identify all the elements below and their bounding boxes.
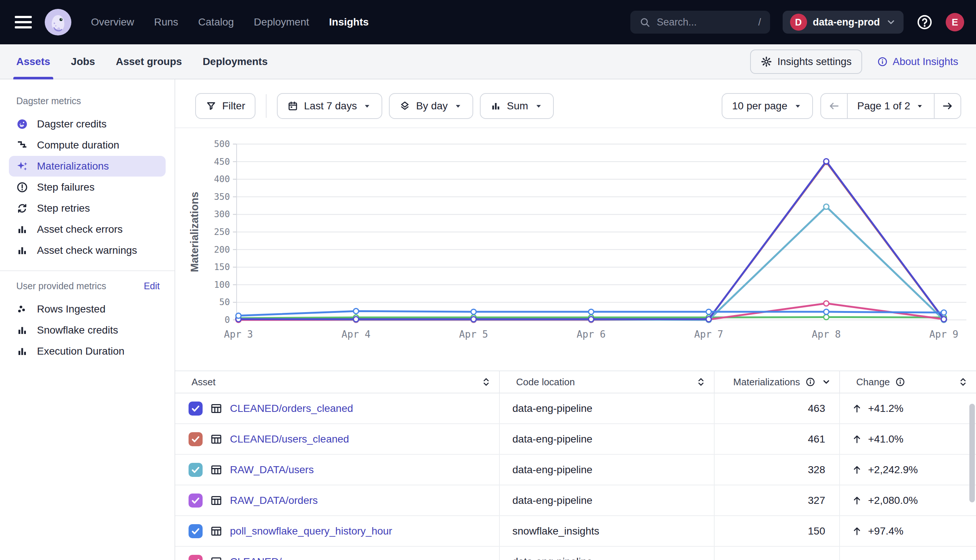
about-insights-link[interactable]: About Insights	[877, 56, 958, 68]
svg-text:Apr 4: Apr 4	[342, 329, 371, 340]
caret-down-icon	[453, 101, 463, 111]
assets-table: AssetCode locationMaterializationsChange…	[175, 370, 976, 560]
column-header-asset[interactable]: Asset	[175, 371, 500, 393]
column-header-change[interactable]: Change	[840, 371, 976, 393]
sidebar-item-step-retries[interactable]: Step retries	[9, 198, 165, 219]
sidebar-item-asset-check-errors[interactable]: Asset check errors	[9, 219, 165, 240]
table-asset-icon	[210, 555, 222, 560]
info-icon	[877, 56, 888, 67]
sidebar-item-step-failures[interactable]: Step failures	[9, 177, 165, 198]
sort-toggle-icon[interactable]	[481, 377, 492, 387]
granularity-dropdown[interactable]: By day	[389, 93, 473, 119]
user-avatar[interactable]: E	[946, 13, 964, 32]
info-icon[interactable]	[805, 377, 816, 387]
per-page-dropdown[interactable]: 10 per page	[722, 93, 812, 119]
bars-icon	[16, 223, 28, 235]
series-checkbox[interactable]	[189, 432, 202, 446]
table-header-row: AssetCode locationMaterializationsChange	[175, 370, 976, 393]
dagster-logo-icon[interactable]	[44, 8, 72, 36]
series-checkbox[interactable]	[189, 524, 202, 538]
sidebar-item-label: Rows Ingested	[37, 303, 105, 315]
table-asset-icon	[210, 433, 222, 445]
series-checkbox[interactable]	[189, 463, 202, 477]
arrow-up-icon	[852, 495, 862, 506]
tab-deployments[interactable]: Deployments	[202, 44, 267, 79]
sort-toggle-icon[interactable]	[695, 377, 707, 387]
deployment-switcher[interactable]: D data-eng-prod	[783, 11, 904, 33]
materializations-line-chart: 050100150200250300350400450500Apr 3Apr 4…	[175, 131, 976, 368]
sort-descending-icon[interactable]	[821, 377, 832, 387]
steps-icon	[16, 139, 28, 151]
edit-metrics-link[interactable]: Edit	[144, 281, 160, 292]
search-input[interactable]: Search... /	[630, 11, 770, 33]
nav-item-overview[interactable]: Overview	[91, 16, 134, 28]
page-select-dropdown[interactable]: Page 1 of 2	[847, 94, 934, 118]
column-header-materializations[interactable]: Materializations	[715, 371, 840, 393]
insights-settings-button[interactable]: Insights settings	[750, 50, 862, 74]
hamburger-menu-icon[interactable]	[15, 16, 32, 28]
svg-text:0: 0	[225, 315, 230, 325]
svg-text:Apr 5: Apr 5	[459, 329, 488, 340]
metrics-sidebar: Dagster metricsDagster creditsCompute du…	[0, 79, 175, 560]
asset-link[interactable]: CLEANED/users_cleaned	[230, 433, 349, 445]
help-icon[interactable]	[916, 14, 933, 31]
sidebar-item-materializations[interactable]: Materializations	[9, 156, 165, 177]
svg-text:200: 200	[214, 245, 230, 255]
aggregation-dropdown[interactable]: Sum	[480, 93, 554, 119]
svg-text:Apr 9: Apr 9	[929, 329, 958, 340]
series-checkbox[interactable]	[189, 402, 202, 415]
asset-link[interactable]: CLEANED/orders_cleaned	[230, 403, 353, 415]
date-range-dropdown[interactable]: Last 7 days	[277, 93, 382, 119]
svg-text:350: 350	[214, 192, 230, 202]
table-scrollbar-thumb[interactable]	[969, 404, 975, 502]
column-header-code-location[interactable]: Code location	[500, 371, 715, 393]
change-value: +2,242.9%	[868, 464, 918, 476]
asset-link[interactable]: poll_snowflake_query_history_hour	[230, 525, 392, 537]
change-value: +2,080.0%	[868, 495, 918, 507]
svg-text:Apr 3: Apr 3	[224, 329, 253, 340]
nav-item-runs[interactable]: Runs	[154, 16, 178, 28]
svg-text:450: 450	[214, 157, 230, 167]
info-icon[interactable]	[895, 377, 906, 387]
sidebar-item-label: Materializations	[37, 160, 109, 172]
top-nav: OverviewRunsCatalogDeploymentInsights Se…	[0, 0, 976, 44]
series-checkbox[interactable]	[189, 555, 202, 560]
table-asset-icon	[210, 525, 222, 537]
sidebar-item-snowflake-credits[interactable]: Snowflake credits	[9, 320, 165, 341]
nav-item-insights[interactable]: Insights	[329, 16, 369, 28]
previous-page-button[interactable]	[821, 94, 847, 118]
asset-link[interactable]: RAW_DATA/users	[230, 464, 314, 476]
nav-item-deployment[interactable]: Deployment	[254, 16, 309, 28]
asset-link[interactable]: RAW_DATA/orders	[230, 495, 318, 507]
table-asset-icon	[210, 402, 222, 415]
series-checkbox[interactable]	[189, 493, 202, 508]
filter-button[interactable]: Filter	[195, 93, 256, 119]
change-value: +41.0%	[868, 433, 904, 445]
code-location: data-eng-pipeline	[512, 495, 592, 507]
sidebar-item-label: Step retries	[37, 202, 90, 214]
next-page-button[interactable]	[934, 94, 961, 118]
sidebar-item-rows-ingested[interactable]: Rows Ingested	[9, 299, 165, 320]
sidebar-item-label: Compute duration	[37, 139, 119, 151]
sidebar-item-dagster-credits[interactable]: Dagster credits	[9, 114, 165, 135]
table-row: RAW_DATA/usersdata-eng-pipeline328+2,242…	[175, 455, 976, 485]
asset-link[interactable]: CLEANED/…	[230, 556, 292, 560]
sparkle-icon	[16, 160, 28, 172]
sidebar-item-label: Step failures	[37, 182, 95, 193]
sidebar-item-compute-duration[interactable]: Compute duration	[9, 135, 165, 155]
sidebar-item-asset-check-warnings[interactable]: Asset check warnings	[9, 240, 165, 261]
sidebar-item-label: Dagster credits	[37, 118, 107, 130]
nav-item-catalog[interactable]: Catalog	[198, 16, 234, 28]
gear-icon	[760, 56, 772, 68]
search-icon	[639, 17, 650, 28]
column-label: Materializations	[733, 377, 800, 388]
calendar-icon	[287, 100, 298, 112]
sidebar-item-execution-duration[interactable]: Execution Duration	[9, 341, 165, 362]
column-label: Change	[856, 377, 890, 388]
tab-assets[interactable]: Assets	[16, 44, 50, 79]
funnel-icon	[206, 100, 217, 112]
tab-asset-groups[interactable]: Asset groups	[116, 44, 182, 79]
tab-jobs[interactable]: Jobs	[71, 44, 95, 79]
table-row: poll_snowflake_query_history_hoursnowfla…	[175, 516, 976, 547]
sort-toggle-icon[interactable]	[958, 377, 969, 387]
